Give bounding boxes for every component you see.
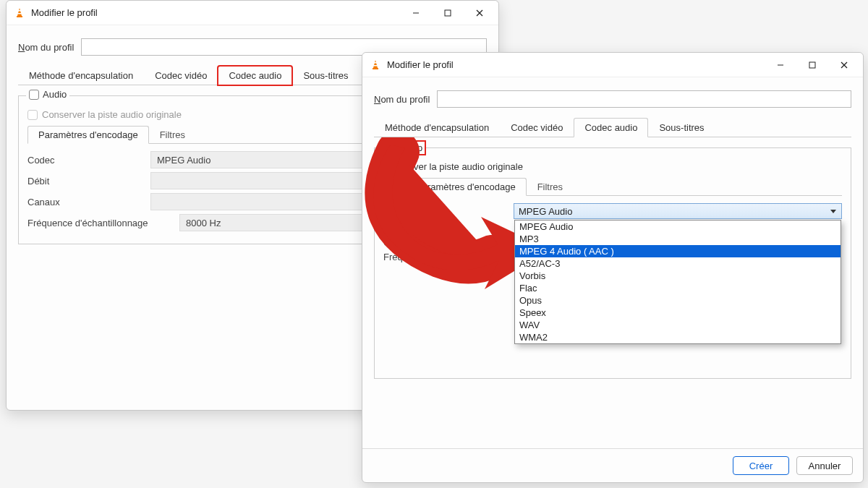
svg-rect-5 (445, 10, 451, 16)
audio-checkbox[interactable] (29, 90, 39, 100)
window-title: Modifier le profil (31, 7, 400, 18)
svg-marker-16 (830, 210, 836, 213)
codec-option[interactable]: MP3 (515, 233, 841, 245)
tab-encapsulation[interactable]: Méthode d'encapsulation (374, 118, 500, 137)
codec-option[interactable]: Speex (515, 307, 841, 319)
window-2: Modifier le profil Nom du profil Méthode… (362, 52, 864, 483)
codec-dropdown: MPEG Audio MP3 MPEG 4 Audio ( AAC ) A52/… (514, 220, 841, 344)
audio-legend-text: Audio (43, 89, 67, 100)
close-button[interactable] (464, 2, 495, 24)
svg-rect-11 (373, 65, 377, 67)
subtab-encoding[interactable]: Paramètres d'encodage (405, 178, 527, 196)
audio-fieldset: Audio Conserver la piste audio originale… (374, 147, 851, 379)
minimize-button[interactable] (765, 54, 796, 76)
audio-legend: Audio (382, 141, 425, 155)
svg-rect-13 (809, 62, 815, 68)
keep-original-label: Conserver la piste audio originale (383, 161, 523, 172)
codec-label: Codec (27, 155, 150, 166)
vlc-icon (370, 59, 381, 71)
tab-video-codec[interactable]: Codec vidéo (500, 118, 574, 137)
create-button[interactable]: Créer (733, 456, 789, 475)
audio-legend: Audio (26, 89, 69, 100)
channels-label: Canaux (383, 237, 514, 248)
profile-name-input[interactable] (437, 90, 851, 108)
tab-subtitles[interactable]: Sous-titres (648, 118, 715, 137)
subtab-filters[interactable]: Filtres (527, 178, 574, 196)
chevron-down-icon (830, 206, 837, 217)
codec-selected: MPEG Audio (519, 206, 572, 217)
codec-option[interactable]: Flac (515, 282, 841, 294)
main-tabs: Méthode d'encapsulation Codec vidéo Code… (374, 118, 851, 137)
titlebar: Modifier le profil (7, 1, 498, 25)
audio-checkbox[interactable] (385, 143, 395, 153)
codec-option[interactable]: MPEG 4 Audio ( AAC ) (515, 245, 841, 257)
tab-audio-codec[interactable]: Codec audio (574, 118, 648, 137)
bitrate-label: Débi (383, 223, 514, 234)
codec-option[interactable]: WAV (515, 319, 841, 331)
keep-original-checkbox[interactable] (27, 110, 38, 120)
maximize-button[interactable] (796, 54, 828, 76)
dialog-footer: Créer Annuler (362, 448, 863, 482)
profile-name-label: Nom du profil (18, 42, 74, 53)
subtab-filters[interactable]: Filtres (149, 126, 196, 144)
tab-audio-codec[interactable]: Codec audio (218, 66, 292, 85)
subtab-encoding[interactable]: Paramètres d'encodage (27, 126, 149, 144)
samplerate-label: Fréquence d'échal onnage (383, 252, 514, 262)
svg-rect-1 (17, 16, 22, 17)
codec-option[interactable]: Vorbis (515, 270, 841, 282)
channels-label: Canaux (27, 197, 150, 207)
codec-option[interactable]: Opus (515, 294, 841, 307)
audio-legend-text: Audio (399, 142, 422, 153)
tab-subtitles[interactable]: Sous-titres (292, 66, 359, 85)
codec-option[interactable]: A52/AC-3 (515, 257, 841, 270)
profile-name-label: Nom du profil (374, 94, 430, 105)
svg-rect-10 (374, 62, 377, 64)
svg-marker-8 (373, 60, 378, 68)
maximize-button[interactable] (432, 2, 464, 24)
titlebar: Modifier le profil (362, 53, 863, 77)
tab-video-codec[interactable]: Codec vidéo (144, 66, 218, 85)
audio-subtabs: Paramètres d'encodage Filtres (405, 178, 842, 196)
codec-option[interactable]: MPEG Audio (515, 221, 841, 233)
tab-encapsulation[interactable]: Méthode d'encapsulation (18, 66, 144, 85)
svg-rect-2 (18, 10, 21, 12)
close-button[interactable] (828, 54, 860, 76)
samplerate-label: Fréquence d'échantillonnage (27, 218, 179, 228)
codec-combobox[interactable]: MPEG Audio MPEG Audio MP3 MPEG 4 Audio (… (514, 203, 842, 219)
keep-original-label: Conserver la piste audio originale (42, 109, 182, 120)
bitrate-label: Débit (27, 176, 150, 187)
minimize-button[interactable] (400, 2, 432, 24)
svg-marker-0 (17, 8, 22, 16)
cancel-button[interactable]: Annuler (796, 456, 853, 475)
vlc-icon (14, 7, 25, 19)
svg-rect-9 (373, 68, 378, 69)
window-title: Modifier le profil (387, 59, 765, 70)
svg-rect-3 (17, 13, 21, 14)
codec-option[interactable]: WMA2 (515, 331, 841, 343)
keep-original-row: Conserver la piste audio originale (383, 161, 842, 172)
